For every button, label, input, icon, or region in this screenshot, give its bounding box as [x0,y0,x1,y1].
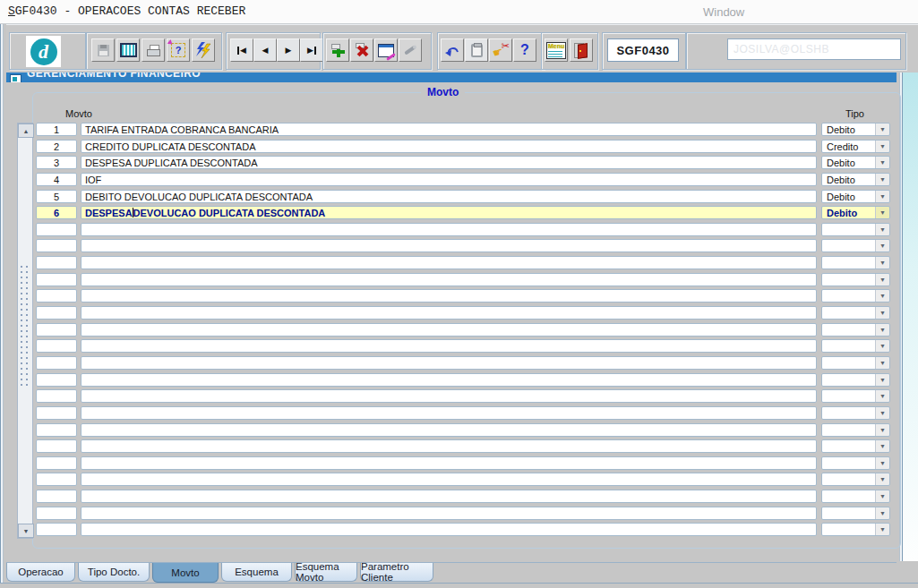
row-number-field[interactable] [36,273,77,286]
movto-description-field[interactable] [81,289,817,303]
scroll-up-button[interactable]: ▲ [18,124,34,138]
tipo-dropdown[interactable]: ▼ [821,273,890,286]
movto-description-field[interactable] [81,439,817,453]
tipo-dropdown[interactable]: ▼ [821,323,890,337]
save-button[interactable] [91,38,115,62]
combo-arrow-icon[interactable]: ▼ [875,524,889,535]
movto-description-field[interactable]: DESPESA DUPLICATA DESCONTADA [81,156,817,169]
tab-esquema[interactable]: Esquema [221,563,292,582]
movto-description-field[interactable]: IOF [81,173,817,186]
combo-arrow-icon[interactable]: ▼ [875,440,889,452]
movto-description-field[interactable]: DESPESADEVOLUCAO DUPLICATA DESCONTADA [81,206,817,219]
combo-arrow-icon[interactable]: ▼ [875,507,889,519]
movto-description-field[interactable] [81,239,817,252]
undo-button[interactable] [441,38,464,62]
movto-description-field[interactable] [81,456,817,470]
combo-arrow-icon[interactable]: ▼ [875,390,889,402]
tipo-dropdown[interactable]: ▼ [821,239,890,252]
tipo-dropdown[interactable]: ▼ [821,306,890,320]
combo-arrow-icon[interactable]: ▼ [875,457,889,469]
tab-operacao[interactable]: Operacao [6,563,75,582]
movto-description-field[interactable] [81,406,817,420]
tipo-dropdown[interactable]: ▼ [821,406,890,420]
tipo-dropdown[interactable]: ▼ [821,256,890,269]
first-record-button[interactable]: ◀ [230,38,253,62]
combo-arrow-icon[interactable]: ▼ [875,374,889,386]
tipo-dropdown[interactable]: ▼ [821,223,890,236]
tipo-dropdown[interactable]: ▼ [821,356,890,370]
combo-arrow-icon[interactable]: ▼ [875,191,889,202]
tipo-dropdown[interactable]: ▼ [821,490,890,503]
combo-arrow-icon[interactable]: ▼ [875,124,889,135]
movto-description-field[interactable] [81,339,817,353]
row-number-field[interactable] [36,323,77,337]
row-number-field[interactable]: 4 [36,173,77,186]
tipo-dropdown[interactable]: ▼ [821,373,890,387]
combo-arrow-icon[interactable]: ▼ [875,157,889,168]
tab-esquema-movto[interactable]: Esquema Movto [295,563,357,582]
edit-button[interactable] [374,38,398,62]
window-title-menu[interactable]: SGF0430 - OPERACOES CONTAS RECEBER [8,4,245,18]
row-number-field[interactable] [36,256,77,269]
movto-description-field[interactable] [81,473,817,486]
record-lock-button[interactable]: ☛✂ [489,38,512,62]
combo-arrow-icon[interactable]: ▼ [875,407,889,419]
combo-arrow-icon[interactable]: ▼ [875,224,889,235]
row-number-field[interactable] [36,456,77,470]
tipo-dropdown[interactable]: ▼ [821,507,890,520]
tipo-dropdown[interactable]: ▼ [821,423,890,437]
paste-button[interactable] [465,38,488,62]
tab-movto[interactable]: Movto [152,563,219,583]
combo-arrow-icon[interactable]: ▼ [875,490,889,502]
movto-description-field[interactable] [81,423,817,437]
tipo-dropdown[interactable]: Debito▼ [821,156,890,169]
last-record-button[interactable]: ▶ [300,38,323,62]
movto-description-field[interactable]: DEBITO DEVOLUCAO DUPLICATA DESCONTADA [81,190,817,203]
tipo-dropdown[interactable]: ▼ [821,473,890,486]
movto-description-field[interactable] [81,223,817,236]
movto-description-field[interactable] [81,389,817,403]
movto-description-field[interactable] [81,256,817,269]
combo-arrow-icon[interactable]: ▼ [875,207,889,218]
enter-query-button[interactable]: ? [167,38,190,62]
movto-description-field[interactable] [81,490,817,503]
next-record-button[interactable]: ▶ [277,38,300,62]
combo-arrow-icon[interactable]: ▼ [875,240,889,251]
row-number-field[interactable] [36,306,77,320]
row-number-field[interactable] [36,356,77,370]
movto-description-field[interactable]: CREDITO DUPLICATA DESCONTADA [81,140,817,153]
tipo-dropdown[interactable]: ▼ [821,439,890,453]
menu-item-window[interactable]: Window [703,5,744,19]
row-number-field[interactable]: 3 [36,156,77,169]
combo-arrow-icon[interactable]: ▼ [875,274,889,285]
row-number-field[interactable]: 6 [36,206,77,219]
tool-wand-button[interactable] [399,38,422,62]
tipo-dropdown[interactable]: Credito▼ [821,140,890,153]
row-number-field[interactable] [36,490,77,503]
tipo-dropdown[interactable]: ▼ [821,289,890,303]
exit-button[interactable] [570,38,593,62]
movto-description-field[interactable] [81,523,817,536]
combo-arrow-icon[interactable]: ▼ [875,357,889,369]
delete-record-button[interactable] [350,38,373,62]
row-number-field[interactable] [36,439,77,453]
combo-arrow-icon[interactable]: ▼ [875,424,889,436]
tab-parametro-cliente[interactable]: Parametro Cliente [360,563,433,582]
row-number-field[interactable] [36,423,77,437]
row-number-field[interactable]: 2 [36,140,77,153]
tab-tipo-docto[interactable]: Tipo Docto. [78,563,150,582]
row-number-field[interactable] [36,223,77,236]
tipo-dropdown[interactable]: ▼ [821,339,890,353]
insert-record-button[interactable] [326,38,349,62]
row-number-field[interactable] [36,373,77,387]
row-number-field[interactable] [36,239,77,252]
row-number-field[interactable] [36,406,77,420]
tipo-dropdown[interactable]: ▼ [821,523,890,536]
tipo-dropdown[interactable]: ▼ [821,456,890,470]
print-button[interactable] [142,38,165,62]
execute-query-button[interactable] [192,38,215,62]
movto-description-field[interactable] [81,273,817,286]
movto-description-field[interactable]: TARIFA ENTRADA COBRANCA BANCARIA [81,123,817,136]
movto-description-field[interactable] [81,507,817,520]
row-number-field[interactable] [36,289,77,303]
